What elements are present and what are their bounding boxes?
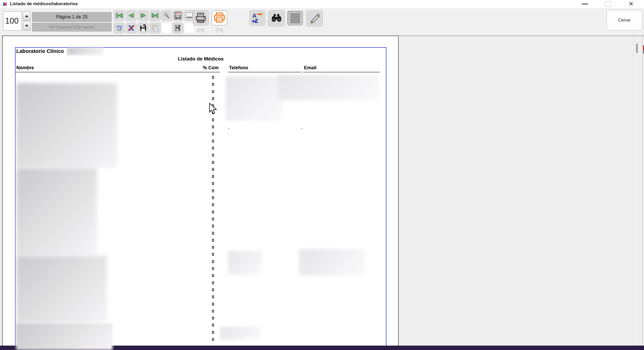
com-value: 0 (171, 89, 214, 96)
com-value: 0 (171, 188, 214, 195)
save-button[interactable] (138, 23, 148, 33)
com-value: 0 (171, 259, 214, 266)
background-window-sliver-2 (643, 51, 644, 53)
redaction-clinic-name (67, 48, 104, 55)
sort-button[interactable]: A Z (250, 10, 265, 25)
column-header-nombre: Nombre (16, 65, 34, 71)
com-value: 0 (171, 309, 214, 316)
spin-up-icon (25, 15, 28, 17)
redaction-email-2 (299, 249, 365, 276)
printer-name: HP DeskJet 2130 series (32, 23, 112, 31)
zoom-spin-down-button[interactable] (23, 21, 31, 31)
com-value: 0 (171, 224, 214, 231)
com-value: 0 (171, 217, 214, 224)
com-value: 0 (171, 238, 214, 245)
print-icon (195, 12, 206, 23)
clinic-label: Laboratorio Clínico (16, 48, 64, 54)
com-value: 0 (171, 210, 214, 217)
redaction-names-2 (17, 168, 97, 255)
email-dot: . (302, 125, 303, 130)
app-icon (3, 1, 8, 6)
print-color-button[interactable] (212, 10, 227, 25)
underline-telefono (228, 72, 301, 72)
zoom-input[interactable]: 100 (3, 11, 22, 31)
com-value: 0 (171, 316, 214, 323)
pin-icon (163, 12, 170, 19)
excel-export-button[interactable] (126, 23, 136, 33)
pin-button[interactable] (161, 10, 172, 21)
copy-button[interactable] (150, 23, 160, 33)
redaction-telefono-3 (220, 327, 261, 340)
notes-button[interactable] (173, 23, 183, 33)
save-icon (140, 24, 147, 32)
com-value: 0 (171, 110, 214, 117)
next-page-button[interactable] (138, 10, 148, 21)
svg-text:EDIT: EDIT (175, 12, 180, 15)
window-title: Listado de médicos/laboratorios (10, 1, 78, 6)
column-header-com: % Com (203, 65, 219, 71)
first-page-button[interactable] (114, 10, 124, 21)
formula-button[interactable]: x+y =? (114, 23, 124, 33)
com-value: 0 (171, 323, 214, 330)
com-value: 0 (171, 245, 214, 252)
com-value: 0 (171, 125, 214, 132)
spin-down-icon (25, 25, 28, 27)
underline-email (303, 72, 380, 72)
print-edit-button[interactable]: EDIT (173, 10, 183, 21)
redaction-email-1 (278, 75, 380, 101)
com-value: 0 (171, 146, 214, 153)
grid-view-button[interactable] (287, 11, 303, 25)
page-separator-icon (185, 12, 193, 19)
maximize-icon (605, 1, 611, 7)
underline-nombre (16, 72, 202, 72)
com-value: 0 (171, 103, 214, 110)
maximize-button[interactable] (602, 0, 614, 8)
copy-icon (151, 24, 159, 32)
redaction-telefono-1 (226, 76, 283, 121)
cerrar-button[interactable]: Cerrar (606, 10, 642, 30)
com-value: 0 (171, 266, 214, 273)
com-value: 0 (171, 96, 214, 103)
com-value: 0 (171, 167, 214, 174)
print-color-shortcut: [F9] (212, 28, 227, 33)
com-value: 0 (171, 252, 214, 259)
blank-button-1[interactable] (161, 23, 172, 33)
com-value: 0 (171, 280, 214, 287)
excel-export-icon (128, 25, 135, 31)
prev-page-icon (128, 13, 134, 18)
next-page-icon (140, 13, 146, 18)
close-button[interactable]: ✕ (625, 0, 637, 8)
zoom-spin-up-button[interactable] (23, 11, 31, 21)
preview-right-edge (642, 36, 643, 346)
page-indicator: Página 1 de 25 (32, 12, 112, 22)
redaction-names-4 (16, 323, 113, 350)
com-value: 0 (171, 273, 214, 280)
formula-icon: x+y =? (116, 25, 122, 31)
com-value: 0 (171, 294, 214, 301)
print-bw-button[interactable] (193, 10, 209, 25)
last-page-button[interactable] (150, 10, 160, 21)
minimize-button[interactable] (579, 0, 591, 8)
preview-background (399, 36, 644, 346)
prev-page-button[interactable] (126, 10, 136, 21)
com-value: 0 (171, 231, 214, 238)
app-window: Listado de médicos/laboratorios ✕ 100 Pá… (0, 0, 644, 350)
sort-az-icon: A Z (251, 12, 263, 24)
edit-button[interactable] (306, 10, 323, 26)
minimize-icon (582, 4, 588, 4)
com-value: 0 (171, 160, 214, 167)
grid-view-icon (289, 12, 301, 24)
com-value: 0 (171, 337, 214, 344)
com-value: 0 (171, 181, 214, 188)
column-header-telefono: Telefono (229, 65, 248, 71)
scrollbar-thumb[interactable] (636, 44, 638, 53)
search-button[interactable] (268, 10, 285, 26)
search-binoculars-icon (271, 14, 282, 23)
telefono-dot: . (228, 125, 229, 130)
redaction-names-3 (17, 256, 107, 323)
com-value: 0 (171, 75, 214, 82)
scrollbar-track (633, 36, 633, 346)
com-value: 0 (171, 139, 214, 146)
print-edit-icon: EDIT (174, 12, 182, 19)
redaction-names-1 (17, 83, 117, 168)
